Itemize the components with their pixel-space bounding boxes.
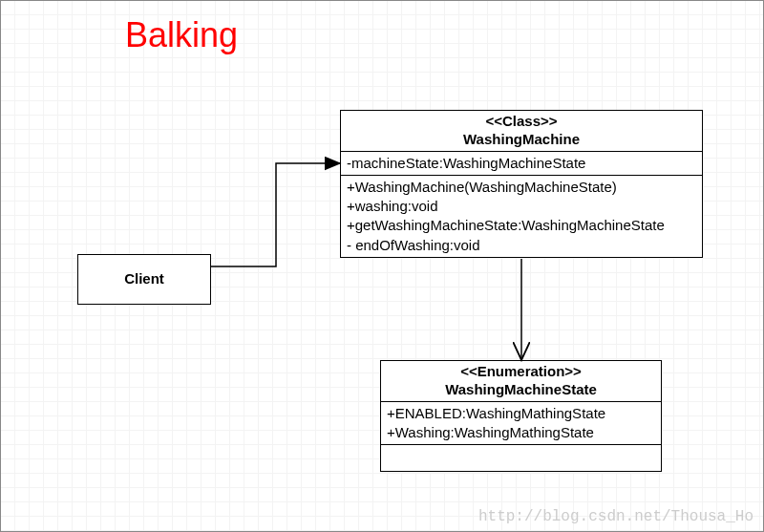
wm-attributes: -machineState:WashingMachineState bbox=[341, 151, 702, 175]
watermark: http://blog.csdn.net/Thousa_Ho bbox=[478, 508, 753, 525]
wm-attr-0: -machineState:WashingMachineState bbox=[347, 154, 696, 173]
diagram-title: Balking bbox=[125, 15, 238, 55]
wm-operations: +WashingMachine(WashingMachineState) +wa… bbox=[341, 175, 702, 257]
wms-values: +ENABLED:WashingMathingState +Washing:Wa… bbox=[381, 401, 661, 445]
wm-op-0: +WashingMachine(WashingMachineState) bbox=[347, 178, 696, 197]
wms-val-0: +ENABLED:WashingMathingState bbox=[387, 404, 655, 423]
wm-op-3: - endOfWashing:void bbox=[347, 236, 696, 255]
wm-op-2: +getWashingMachineState:WashingMachineSt… bbox=[347, 216, 696, 235]
wm-op-1: +washing:void bbox=[347, 197, 696, 216]
uml-enum-washingmachinestate: <<Enumeration>> WashingMachineState +ENA… bbox=[380, 360, 662, 472]
wm-name: WashingMachine bbox=[347, 131, 696, 149]
client-name: Client bbox=[84, 270, 204, 288]
wm-stereotype: <<Class>> bbox=[347, 113, 696, 131]
edge-client-to-wm bbox=[211, 163, 340, 266]
wms-empty-section bbox=[381, 444, 661, 471]
uml-class-washingmachine: <<Class>> WashingMachine -machineState:W… bbox=[340, 110, 703, 258]
wms-name: WashingMachineState bbox=[387, 381, 655, 399]
wms-val-1: +Washing:WashingMathingState bbox=[387, 423, 655, 442]
uml-class-client: Client bbox=[77, 254, 211, 305]
wms-stereotype: <<Enumeration>> bbox=[387, 363, 655, 381]
